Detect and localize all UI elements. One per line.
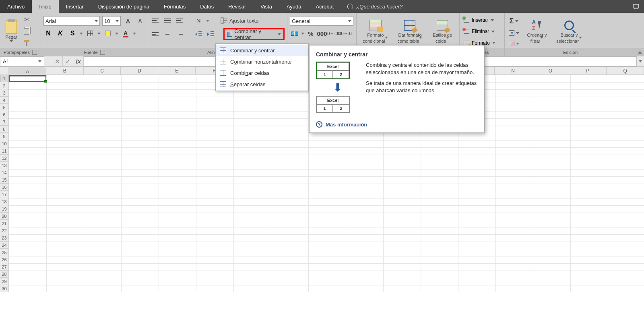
- number-format-select[interactable]: General: [290, 16, 353, 26]
- italic-button[interactable]: K: [56, 29, 65, 38]
- row-header[interactable]: 21: [0, 220, 8, 227]
- chevron-down-icon[interactable]: [97, 33, 101, 35]
- row-header[interactable]: 17: [0, 191, 8, 198]
- row-header[interactable]: 23: [0, 234, 8, 242]
- row-header[interactable]: 20: [0, 213, 8, 220]
- format-as-table-button[interactable]: Dar formato como tabla: [394, 14, 427, 48]
- row-header[interactable]: 10: [0, 140, 8, 147]
- row-header[interactable]: 12: [0, 155, 8, 162]
- wrap-text-button[interactable]: Ajustar texto: [219, 17, 260, 25]
- align-middle-button[interactable]: [163, 16, 172, 25]
- align-top-button[interactable]: [151, 16, 160, 25]
- col-header[interactable]: E: [158, 67, 196, 74]
- tab-review[interactable]: Revisar: [221, 0, 253, 13]
- select-all-corner[interactable]: [0, 67, 9, 74]
- row-header[interactable]: 7: [0, 118, 8, 126]
- borders-button[interactable]: [85, 29, 95, 38]
- row-header[interactable]: 6: [0, 111, 8, 118]
- col-header[interactable]: D: [121, 67, 158, 74]
- decrease-decimal-button[interactable]: .00→.0: [340, 29, 349, 38]
- decrease-font-button[interactable]: A: [135, 17, 145, 25]
- chevron-down-icon[interactable]: [80, 33, 83, 35]
- dialog-launcher-icon[interactable]: [100, 50, 105, 55]
- row-header[interactable]: 14: [0, 169, 8, 176]
- tooltip-more-link[interactable]: ? Más información: [316, 117, 478, 128]
- format-painter-button[interactable]: [22, 39, 31, 48]
- tab-insert[interactable]: Insertar: [59, 0, 91, 13]
- align-bottom-button[interactable]: [175, 16, 184, 25]
- increase-font-button[interactable]: A: [123, 17, 133, 25]
- align-left-button[interactable]: [151, 30, 160, 39]
- merge-center-button[interactable]: Combinar y centrar: [223, 28, 285, 40]
- increase-decimal-button[interactable]: .0→.00: [328, 29, 338, 38]
- row-header[interactable]: 25: [0, 249, 8, 256]
- fill-button[interactable]: [507, 29, 521, 37]
- row-header[interactable]: 27: [0, 263, 8, 271]
- share-button[interactable]: [628, 0, 644, 13]
- copy-button[interactable]: [22, 27, 31, 36]
- insert-function-button[interactable]: fx: [73, 56, 84, 66]
- comma-button[interactable]: 000: [317, 29, 327, 38]
- menu-item-merge-cells[interactable]: Combinar celdas: [216, 67, 308, 79]
- col-header[interactable]: O: [532, 67, 570, 74]
- font-color-button[interactable]: A: [121, 29, 130, 38]
- autosum-button[interactable]: Σ: [507, 16, 521, 26]
- tab-acrobat[interactable]: Acrobat: [309, 0, 341, 13]
- row-header[interactable]: 2: [0, 82, 8, 89]
- row-header[interactable]: 18: [0, 198, 8, 205]
- font-size-select[interactable]: 10: [102, 16, 121, 26]
- delete-cells-button[interactable]: Eliminar: [462, 28, 497, 35]
- find-select-button[interactable]: Buscar y seleccionar: [553, 14, 585, 48]
- align-center-button[interactable]: [163, 30, 172, 39]
- menu-item-merge-center[interactable]: Combinar y centrar: [216, 45, 308, 56]
- tab-file[interactable]: Archivo: [0, 0, 32, 13]
- col-header[interactable]: N: [495, 67, 532, 74]
- row-header[interactable]: 15: [0, 176, 8, 184]
- menu-item-merge-across[interactable]: Combinar horizontalmente: [216, 56, 308, 67]
- chevron-down-icon[interactable]: [301, 33, 304, 35]
- col-header[interactable]: C: [84, 67, 121, 74]
- row-header[interactable]: 8: [0, 126, 8, 133]
- orientation-button[interactable]: ⤭: [194, 16, 204, 25]
- decrease-indent-button[interactable]: [194, 30, 203, 39]
- expand-formula-bar-button[interactable]: [637, 56, 644, 66]
- font-name-select[interactable]: Arial: [43, 16, 100, 26]
- row-header[interactable]: 22: [0, 227, 8, 234]
- clear-button[interactable]: [507, 40, 521, 47]
- row-header[interactable]: 24: [0, 242, 8, 249]
- row-header[interactable]: 9: [0, 133, 8, 140]
- bold-button[interactable]: N: [43, 29, 53, 38]
- chevron-down-icon[interactable]: [115, 33, 118, 35]
- conditional-format-button[interactable]: Formato condicional: [359, 14, 392, 48]
- row-header[interactable]: 28: [0, 271, 8, 278]
- chevron-down-icon[interactable]: [133, 33, 136, 35]
- underline-button[interactable]: S: [68, 29, 77, 38]
- tell-me-search[interactable]: ¿Qué desea hacer?: [341, 0, 409, 13]
- dialog-launcher-icon[interactable]: [32, 50, 37, 55]
- tab-home[interactable]: Inicio: [32, 0, 58, 13]
- row-header[interactable]: 13: [0, 162, 8, 169]
- insert-cells-button[interactable]: Insertar: [462, 17, 497, 24]
- row-header[interactable]: 1: [0, 75, 8, 82]
- row-header[interactable]: 5: [0, 104, 8, 111]
- paste-button[interactable]: Pegar: [2, 14, 20, 48]
- tab-page-layout[interactable]: Disposición de página: [91, 0, 157, 13]
- tab-formulas[interactable]: Fórmulas: [157, 0, 193, 13]
- row-header[interactable]: 29: [0, 278, 8, 285]
- chevron-down-icon[interactable]: [206, 20, 209, 22]
- name-box[interactable]: A1: [0, 56, 44, 66]
- row-header[interactable]: 4: [0, 97, 8, 104]
- tab-help[interactable]: Ayuda: [279, 0, 309, 13]
- row-header[interactable]: 19: [0, 205, 8, 213]
- enter-formula-button[interactable]: ✓: [63, 56, 73, 66]
- active-cell-A1[interactable]: [9, 75, 46, 82]
- increase-indent-button[interactable]: [206, 30, 215, 39]
- currency-button[interactable]: 💶: [290, 29, 299, 38]
- tab-view[interactable]: Vista: [253, 0, 279, 13]
- collapse-ribbon-button[interactable]: [636, 48, 644, 56]
- sort-filter-button[interactable]: Ordenar y filtrar: [522, 14, 551, 48]
- cell-styles-button[interactable]: Estilos de celda: [428, 14, 457, 48]
- cancel-formula-button[interactable]: ✕: [52, 56, 63, 66]
- fill-color-button[interactable]: [103, 29, 113, 38]
- row-header[interactable]: 30: [0, 285, 8, 292]
